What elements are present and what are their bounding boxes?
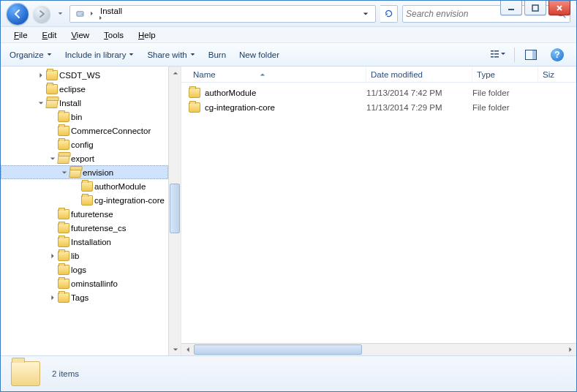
- svg-rect-10: [494, 53, 499, 55]
- menu-file[interactable]: File: [8, 29, 34, 41]
- nav-history-dropdown[interactable]: [55, 5, 65, 23]
- tree-twisty[interactable]: [48, 295, 58, 301]
- svg-rect-13: [532, 50, 536, 59]
- sort-up-icon: [260, 72, 265, 78]
- file-date: 11/13/2014 7:42 PM: [366, 88, 472, 97]
- tree-twisty[interactable]: [36, 100, 46, 106]
- forward-button[interactable]: [33, 5, 50, 23]
- tree-item[interactable]: cg-integration-core: [1, 193, 168, 207]
- svg-rect-8: [491, 56, 494, 58]
- file-name: authorModule: [205, 88, 256, 97]
- column-type[interactable]: Type: [472, 67, 538, 82]
- tree-item[interactable]: lib: [1, 249, 168, 263]
- folder-icon: [58, 279, 69, 289]
- list-item[interactable]: authorModule11/13/2014 7:42 PMFile folde…: [189, 86, 576, 100]
- hscroll-thumb[interactable]: [194, 344, 362, 355]
- folder-open-icon: [11, 361, 40, 386]
- tree-item-label: authorModule: [93, 182, 146, 191]
- scroll-right-button[interactable]: [564, 344, 576, 356]
- folder-open-icon: [57, 154, 69, 164]
- explorer-window: Data (D:)Sites 12.1.4Installexportenvisi…: [0, 0, 577, 392]
- tree-item[interactable]: Tags: [1, 290, 168, 304]
- breadcrumb-sep[interactable]: [96, 15, 105, 20]
- close-button[interactable]: [548, 1, 570, 15]
- breadcrumb-sep[interactable]: [87, 6, 96, 22]
- folder-icon: [58, 140, 69, 150]
- tree-item[interactable]: futuretense_cs: [1, 221, 168, 235]
- scroll-thumb[interactable]: [170, 184, 180, 233]
- menu-tools[interactable]: Tools: [98, 29, 129, 41]
- svg-rect-6: [491, 50, 494, 52]
- scroll-down-button[interactable]: [169, 343, 181, 355]
- chevron-down-icon: [129, 52, 134, 57]
- tree-item[interactable]: Install: [1, 96, 168, 110]
- share-label: Share with: [147, 50, 186, 59]
- back-button[interactable]: [7, 3, 29, 25]
- tree-twisty[interactable]: [48, 156, 58, 162]
- tree-item-label: Installation: [69, 238, 111, 246]
- chevron-down-icon: [190, 52, 195, 57]
- tree-item[interactable]: config: [1, 137, 168, 151]
- tree-scrollbar[interactable]: [168, 67, 181, 355]
- breadcrumb-item[interactable]: Install: [96, 7, 148, 15]
- tree-twisty[interactable]: [48, 253, 58, 259]
- tree-item[interactable]: CommerceConnector: [1, 124, 168, 137]
- tree-item[interactable]: Installation: [1, 235, 168, 249]
- organize-label: Organize: [10, 50, 44, 59]
- scroll-up-button[interactable]: [169, 67, 181, 79]
- column-size-label: Siz: [543, 70, 554, 79]
- menu-help[interactable]: Help: [132, 29, 162, 41]
- file-type: File folder: [472, 88, 538, 97]
- tree-item[interactable]: envision: [1, 165, 168, 179]
- view-options-button[interactable]: [488, 46, 508, 64]
- folder-icon: [58, 251, 69, 261]
- navigation-tree[interactable]: CSDT_WSeclipseInstallbinCommerceConnecto…: [1, 67, 168, 355]
- file-list[interactable]: authorModule11/13/2014 7:42 PMFile folde…: [181, 83, 576, 343]
- menu-view[interactable]: View: [65, 29, 95, 41]
- folder-icon: [46, 70, 58, 80]
- tree-item[interactable]: authorModule: [1, 179, 168, 193]
- main-area: CSDT_WSeclipseInstallbinCommerceConnecto…: [1, 67, 576, 356]
- menu-edit[interactable]: Edit: [37, 29, 63, 41]
- svg-rect-0: [508, 9, 514, 10]
- tree-item-label: logs: [69, 265, 86, 274]
- list-item[interactable]: cg-integration-core11/13/2014 7:29 PMFil…: [189, 100, 576, 115]
- refresh-button[interactable]: [380, 5, 398, 23]
- scroll-left-button[interactable]: [181, 344, 194, 356]
- folder-icon: [81, 181, 93, 192]
- new-folder-button[interactable]: New folder: [239, 50, 279, 59]
- tree-item-label: futuretense_cs: [69, 224, 126, 233]
- column-size[interactable]: Siz: [538, 67, 576, 82]
- breadcrumb-item[interactable]: export: [96, 20, 148, 23]
- include-in-library-button[interactable]: Include in library: [65, 50, 135, 59]
- column-name[interactable]: Name: [189, 67, 366, 82]
- tree-item-label: ominstallinfo: [69, 279, 118, 288]
- column-headers: Name Date modified Type Siz: [181, 67, 576, 83]
- tree-twisty[interactable]: [36, 72, 46, 78]
- organize-button[interactable]: Organize: [10, 50, 52, 59]
- tree-twisty[interactable]: [59, 170, 69, 176]
- tree-item[interactable]: bin: [1, 110, 168, 124]
- preview-pane-button[interactable]: [521, 46, 541, 64]
- folder-icon: [189, 88, 200, 98]
- help-button[interactable]: ?: [547, 46, 567, 64]
- folder-icon: [81, 195, 93, 206]
- file-date: 11/13/2014 7:29 PM: [366, 103, 472, 112]
- window-controls: [500, 1, 570, 15]
- share-with-button[interactable]: Share with: [147, 50, 195, 59]
- burn-button[interactable]: Burn: [208, 50, 226, 59]
- tree-item[interactable]: eclipse: [1, 82, 168, 96]
- tree-item[interactable]: futuretense: [1, 207, 168, 221]
- tree-item[interactable]: CSDT_WS: [1, 68, 168, 82]
- svg-rect-7: [491, 53, 494, 55]
- tree-item[interactable]: ominstallinfo: [1, 276, 168, 290]
- column-name-label: Name: [193, 70, 216, 79]
- column-date[interactable]: Date modified: [366, 67, 472, 82]
- tree-item[interactable]: export: [1, 151, 168, 165]
- tree-item[interactable]: logs: [1, 263, 168, 276]
- content-hscrollbar[interactable]: [181, 343, 576, 355]
- address-dropdown[interactable]: [359, 6, 372, 22]
- address-bar[interactable]: Data (D:)Sites 12.1.4Installexportenvisi…: [69, 5, 376, 23]
- minimize-button[interactable]: [500, 1, 522, 15]
- maximize-button[interactable]: [524, 1, 546, 15]
